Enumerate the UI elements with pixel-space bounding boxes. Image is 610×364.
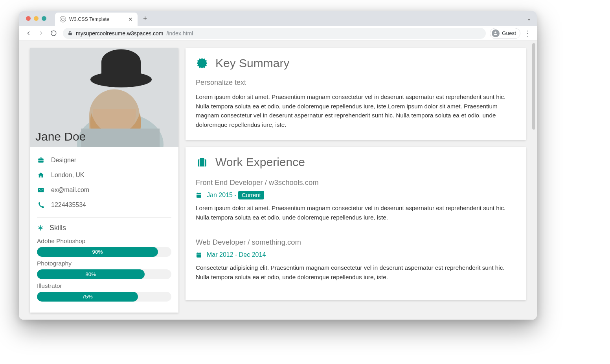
- browser-tab[interactable]: W3.CSS Template ✕: [55, 13, 138, 26]
- avatar-icon: [492, 29, 500, 37]
- summary-subheading: Personalize text: [196, 79, 516, 87]
- maximize-window-button[interactable]: [42, 16, 46, 21]
- experience-heading: Work Experience: [196, 155, 516, 169]
- suitcase-icon: [196, 156, 208, 168]
- skills-heading: Skills: [37, 224, 171, 232]
- skill-item: Illustrator 75%: [37, 282, 171, 302]
- job-title: Front End Developer / w3schools.com: [196, 178, 516, 187]
- calendar-icon: [196, 252, 202, 258]
- skill-progress: 80%: [37, 269, 171, 279]
- briefcase-icon: [37, 157, 45, 164]
- tab-strip: W3.CSS Template ✕ + ⌄: [19, 11, 537, 26]
- info-location: London, UK: [37, 168, 171, 183]
- address-bar[interactable]: mysupercoolresume.w3spaces.com/index.htm…: [63, 28, 486, 39]
- skill-item: Adobe Photoshop 90%: [37, 238, 171, 257]
- envelope-icon: [37, 187, 45, 194]
- chevron-down-icon[interactable]: ⌄: [527, 15, 531, 22]
- profile-label: Guest: [502, 30, 516, 36]
- profile-name: Jane Doe: [35, 130, 86, 143]
- job-description: Consectetur adipisicing elit. Praesentiu…: [196, 263, 516, 282]
- main-column: Key Summary Personalize text Lorem ipsum…: [186, 48, 526, 313]
- certificate-icon: [196, 57, 208, 70]
- skill-label: Illustrator: [37, 282, 171, 289]
- job-date-row: Jan 2015 - Current: [196, 192, 516, 199]
- skill-progress-fill: 80%: [37, 269, 145, 279]
- asterisk-icon: [37, 225, 44, 232]
- back-button[interactable]: [23, 28, 34, 39]
- minimize-window-button[interactable]: [34, 16, 39, 21]
- job-date-row: Mar 2012 - Dec 2014: [196, 251, 516, 258]
- info-email-value: ex@mail.com: [51, 187, 89, 194]
- phone-icon: [37, 201, 45, 209]
- summary-section: Key Summary Personalize text Lorem ipsum…: [186, 48, 526, 140]
- experience-section: Work Experience Front End Developer / w3…: [186, 147, 526, 300]
- forward-button[interactable]: [35, 28, 46, 39]
- skill-item: Photography 80%: [37, 260, 171, 279]
- close-window-button[interactable]: [26, 16, 31, 21]
- skills-heading-label: Skills: [50, 224, 66, 232]
- skill-progress-fill: 90%: [37, 247, 158, 257]
- job-date-prefix: Jan 2015 -: [207, 192, 238, 198]
- svg-point-0: [495, 31, 496, 33]
- skill-progress: 75%: [37, 292, 171, 302]
- info-location-value: London, UK: [51, 172, 85, 179]
- info-role-value: Designer: [51, 157, 76, 164]
- home-icon: [37, 172, 45, 179]
- divider: [37, 217, 171, 218]
- browser-toolbar: mysupercoolresume.w3spaces.com/index.htm…: [19, 26, 537, 41]
- current-badge: Current: [238, 191, 264, 199]
- skill-progress: 90%: [37, 247, 171, 257]
- summary-heading: Key Summary: [196, 57, 516, 70]
- browser-menu-button[interactable]: ⋮: [522, 29, 533, 38]
- skill-label: Adobe Photoshop: [37, 238, 171, 245]
- reload-button[interactable]: [48, 28, 59, 39]
- profile-chip[interactable]: Guest: [490, 28, 520, 39]
- info-email: ex@mail.com: [37, 183, 171, 198]
- summary-heading-label: Key Summary: [215, 57, 289, 70]
- url-host: mysupercoolresume.w3spaces.com: [76, 30, 164, 37]
- job-description: Lorem ipsum dolor sit amet. Praesentium …: [196, 203, 516, 222]
- experience-heading-label: Work Experience: [215, 155, 305, 169]
- page-viewport: Jane Doe Designer London, UK ex@mail.com: [19, 41, 537, 320]
- globe-icon: [60, 16, 66, 22]
- job-date-text: Jan 2015 - Current: [207, 192, 264, 199]
- skill-label: Photography: [37, 260, 171, 267]
- url-path: /index.html: [167, 30, 193, 37]
- new-tab-button[interactable]: +: [143, 15, 147, 23]
- job-item: Front End Developer / w3schools.com Jan …: [196, 177, 516, 230]
- summary-body: Lorem ipsum dolor sit amet. Praesentium …: [196, 92, 516, 130]
- close-tab-icon[interactable]: ✕: [128, 16, 133, 22]
- svg-rect-4: [81, 129, 160, 148]
- job-date-text: Mar 2012 - Dec 2014: [207, 251, 266, 258]
- profile-photo: Jane Doe: [30, 48, 178, 147]
- sidebar-card: Jane Doe Designer London, UK ex@mail.com: [30, 48, 178, 313]
- info-role: Designer: [37, 153, 171, 168]
- calendar-icon: [196, 192, 202, 198]
- info-phone: 1224435534: [37, 198, 171, 212]
- tab-title: W3.CSS Template: [69, 16, 125, 22]
- window-controls: [22, 16, 50, 21]
- browser-window: W3.CSS Template ✕ + ⌄ mysupercoolresume.…: [19, 11, 537, 320]
- info-phone-value: 1224435534: [51, 201, 86, 209]
- job-item: Web Developer / something.com Mar 2012 -…: [196, 230, 516, 289]
- job-title: Web Developer / something.com: [196, 238, 516, 247]
- skill-progress-fill: 75%: [37, 292, 138, 302]
- lock-icon: [68, 31, 73, 36]
